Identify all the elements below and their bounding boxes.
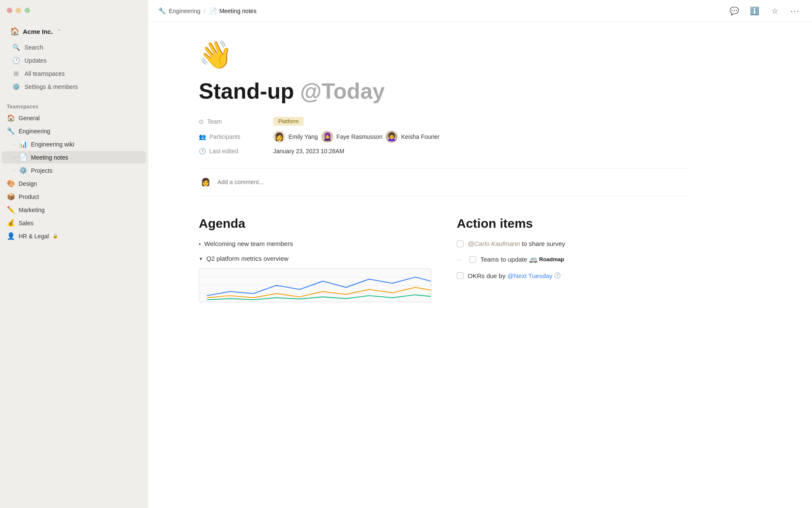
main-area: 🔧 Engineering / 📄 Meeting notes 💬 ℹ️ ☆ ·… xyxy=(148,0,812,508)
page-emoji: 👋 xyxy=(199,39,689,71)
property-participants: 👥 Participants 👩 Emily Yang 🧕 Faye Rasmu… xyxy=(199,131,689,143)
property-last-edited: 🕐 Last edited January 23, 2023 10:28AM xyxy=(199,148,689,155)
comment-section: 👩 xyxy=(199,168,689,196)
sidebar-item-engineering[interactable]: 🔧 Engineering xyxy=(2,125,146,137)
sidebar-item-product[interactable]: 📦 Product xyxy=(2,190,146,203)
workspace-chevron-icon: ⌃ xyxy=(57,28,61,34)
last-edited-label-text: Last edited xyxy=(209,148,239,155)
sidebar-item-projects[interactable]: › ⚙️ Projects xyxy=(2,164,146,177)
breadcrumb-engineering-icon: 🔧 xyxy=(158,7,166,15)
agenda-title: Agenda xyxy=(199,216,431,231)
last-edited-text: January 23, 2023 10:28AM xyxy=(273,148,344,155)
triangle-icon: ▼ xyxy=(199,256,203,262)
traffic-light-yellow[interactable] xyxy=(16,8,21,13)
avatar-faye: 🧕 xyxy=(321,131,333,143)
comment-avatar: 👩 xyxy=(199,175,212,189)
sidebar-item-updates[interactable]: 🕐 Updates xyxy=(7,54,141,67)
agenda-item-2: ▼ Q2 platform metrics overview xyxy=(199,254,431,264)
next-tuesday-link[interactable]: @Next Tuesday 🕐 xyxy=(507,271,561,280)
comment-input[interactable] xyxy=(217,179,689,185)
team-value[interactable]: Platform xyxy=(273,117,304,126)
sidebar-label-updates: Updates xyxy=(25,57,47,64)
sidebar-item-engineering-wiki[interactable]: › 📊 Engineering wiki xyxy=(2,138,146,150)
sidebar-item-general[interactable]: 🏠 General xyxy=(2,112,146,124)
sidebar-item-meeting-notes[interactable]: › 📄 Meeting notes xyxy=(2,151,146,163)
page-title: Stand-up @Today xyxy=(199,79,689,103)
breadcrumb-engineering[interactable]: 🔧 Engineering xyxy=(158,7,200,15)
team-icon: ⊙ xyxy=(199,118,204,125)
team-label-text: Team xyxy=(207,118,222,125)
breadcrumb-meeting-notes[interactable]: 📄 Meeting notes xyxy=(209,7,257,15)
chevron-right-icon-projects: › xyxy=(14,168,15,173)
participant-emily-name: Emily Yang xyxy=(288,133,318,140)
participants-value: 👩 Emily Yang 🧕 Faye Rasmusson 👩‍🦱 Keisha… xyxy=(273,131,440,143)
action-items-title: Action items xyxy=(457,216,689,231)
sidebar-item-all-teamspaces[interactable]: ⊞ All teamspaces xyxy=(7,67,141,80)
workspace-name: Acme Inc. xyxy=(23,28,53,35)
home-icon: 🏠 xyxy=(7,114,15,122)
participants-label-text: Participants xyxy=(209,133,240,140)
breadcrumb-meeting-notes-label: Meeting notes xyxy=(219,8,257,14)
teamspaces-section-title: Teamspaces xyxy=(0,99,148,111)
grid-icon: ⊞ xyxy=(12,70,20,77)
mini-chart xyxy=(199,268,431,302)
sidebar-label-marketing: Marketing xyxy=(19,207,44,213)
sidebar-item-marketing[interactable]: ✏️ Marketing xyxy=(2,204,146,216)
two-col-layout: Agenda ● Welcoming new team members ▼ Q2… xyxy=(199,216,689,302)
bullet-icon-1: ● xyxy=(199,242,201,247)
sidebar-label-projects: Projects xyxy=(31,167,52,174)
action-item-1-text: @Carlo Kaufmann to share survey xyxy=(468,239,565,248)
last-edited-value: January 23, 2023 10:28AM xyxy=(273,148,344,155)
sidebar: 🏠 Acme Inc. ⌃ 🔍 Search 🕐 Updates ⊞ All t… xyxy=(0,0,148,508)
chart-icon: 📊 xyxy=(19,140,27,148)
sidebar-label-all-teamspaces: All teamspaces xyxy=(25,70,65,77)
sidebar-item-search[interactable]: 🔍 Search xyxy=(7,41,141,54)
checkbox-3[interactable] xyxy=(457,272,464,279)
gear-icon: ⚙️ xyxy=(19,166,27,174)
star-button[interactable]: ☆ xyxy=(768,4,782,18)
sidebar-item-hr-legal[interactable]: 👤 HR & Legal 🔒 xyxy=(2,230,146,242)
team-tag[interactable]: Platform xyxy=(273,117,304,126)
checkbox-2[interactable] xyxy=(469,256,476,263)
sidebar-item-design[interactable]: 🎨 Design xyxy=(2,177,146,190)
breadcrumb-engineering-label: Engineering xyxy=(169,8,200,14)
traffic-light-green[interactable] xyxy=(25,8,30,13)
comment-button[interactable]: 💬 xyxy=(727,4,741,18)
chevron-right-icon-meeting: › xyxy=(14,155,15,160)
document-icon: 📄 xyxy=(19,153,27,161)
more-button[interactable]: ··· xyxy=(788,4,802,18)
traffic-light-red[interactable] xyxy=(7,8,12,13)
sidebar-label-product: Product xyxy=(19,193,39,200)
action-item-3: OKRs due by @Next Tuesday 🕐 xyxy=(457,271,689,280)
breadcrumb-page-icon: 📄 xyxy=(209,7,217,15)
last-edited-label: 🕐 Last edited xyxy=(199,148,266,155)
action-items-column: Action items @Carlo Kaufmann to share su… xyxy=(457,216,689,302)
info-button[interactable]: ℹ️ xyxy=(748,4,761,18)
workspace-icon: 🏠 xyxy=(10,27,19,36)
titlebar: 🔧 Engineering / 📄 Meeting notes 💬 ℹ️ ☆ ·… xyxy=(148,0,812,22)
sidebar-label-engineering-wiki: Engineering wiki xyxy=(31,141,74,148)
sidebar-label-general: General xyxy=(19,115,40,121)
sidebar-item-settings[interactable]: ⚙️ Settings & members xyxy=(7,80,141,93)
titlebar-actions: 💬 ℹ️ ☆ ··· xyxy=(727,4,802,18)
action-item-1: @Carlo Kaufmann to share survey xyxy=(457,239,689,248)
agenda-column: Agenda ● Welcoming new team members ▼ Q2… xyxy=(199,216,431,302)
sidebar-item-sales[interactable]: 💰 Sales xyxy=(2,217,146,229)
clock-icon: 🕐 xyxy=(12,57,20,64)
checkbox-1[interactable] xyxy=(457,240,464,247)
sidebar-label-meeting-notes: Meeting notes xyxy=(31,154,68,161)
breadcrumb: 🔧 Engineering / 📄 Meeting notes xyxy=(158,7,257,15)
sidebar-label-engineering: Engineering xyxy=(19,128,50,135)
page-properties: ⊙ Team Platform 👥 Participants 👩 Emily Y… xyxy=(199,117,689,155)
participant-keisha-name: Keisha Fourier xyxy=(401,133,439,140)
settings-icon: ⚙️ xyxy=(12,83,20,91)
workspace-header[interactable]: 🏠 Acme Inc. ⌃ xyxy=(5,23,143,39)
clock-prop-icon: 🕐 xyxy=(199,148,206,155)
page-title-at-today: @Today xyxy=(300,79,385,103)
wrench-icon: 🔧 xyxy=(7,127,15,135)
sidebar-label-design: Design xyxy=(19,180,37,187)
avatar-emily: 👩 xyxy=(273,131,285,143)
page-title-main: Stand-up xyxy=(199,79,294,103)
palette-icon: 🎨 xyxy=(7,179,15,188)
chevron-right-icon: › xyxy=(14,142,15,146)
